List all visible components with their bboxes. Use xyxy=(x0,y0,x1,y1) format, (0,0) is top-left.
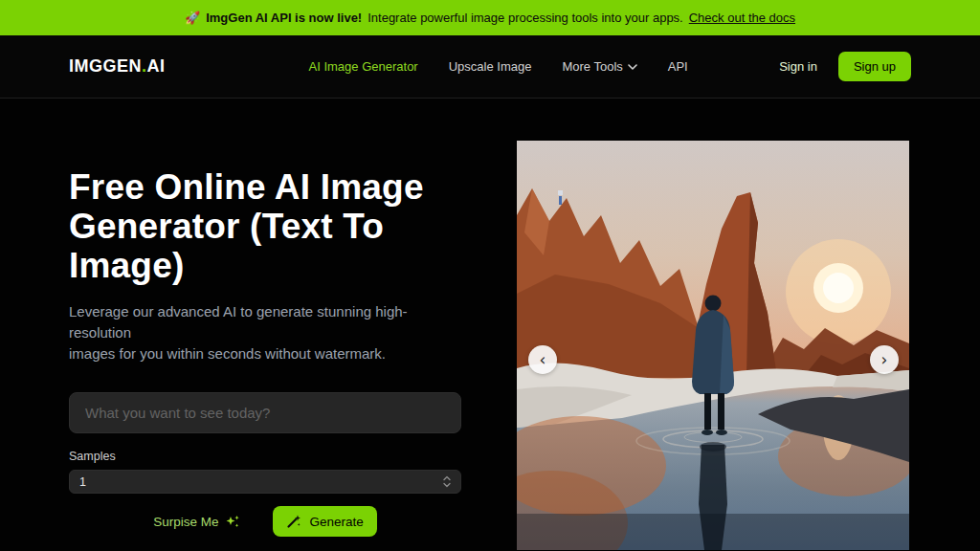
nav-item-more-tools[interactable]: More Tools xyxy=(562,59,636,74)
generate-button[interactable]: Generate xyxy=(273,506,376,537)
chevron-down-icon xyxy=(628,64,637,70)
samples-value: 1 xyxy=(79,475,86,489)
announcement-banner: 🚀 ImgGen AI API is now live! Integrate p… xyxy=(0,0,980,35)
sign-up-button[interactable]: Sign up xyxy=(838,52,911,81)
banner-docs-link[interactable]: Check out the docs xyxy=(689,11,795,25)
generated-image xyxy=(517,141,909,550)
navbar: IMGGEN.AI AI Image Generator Upscale Ima… xyxy=(0,35,980,99)
nav-links: AI Image Generator Upscale Image More To… xyxy=(309,59,688,74)
generated-image-art xyxy=(517,141,909,550)
banner-message: Integrate powerful image processing tool… xyxy=(368,11,683,25)
nav-item-upscale-image[interactable]: Upscale Image xyxy=(449,59,532,74)
action-row: Surpise Me Generate xyxy=(69,506,461,537)
samples-select[interactable]: 1 xyxy=(69,470,461,494)
carousel-next-button[interactable]: › xyxy=(870,345,899,374)
up-down-stepper-icon xyxy=(443,475,451,488)
rocket-icon: 🚀 xyxy=(185,11,200,25)
prompt-input[interactable] xyxy=(69,392,461,433)
image-carousel: ‹ › xyxy=(517,141,909,550)
samples-label: Samples xyxy=(69,450,463,463)
hero-left-column: Free Online AI ImageGenerator (Text ToIm… xyxy=(69,167,463,537)
banner-headline: ImgGen AI API is now live! xyxy=(206,11,362,25)
logo[interactable]: IMGGEN.AI xyxy=(69,56,166,77)
sparkles-icon xyxy=(226,515,240,529)
hero-section: Free Online AI ImageGenerator (Text ToIm… xyxy=(0,99,980,550)
sign-in-link[interactable]: Sign in xyxy=(779,59,817,74)
nav-auth: Sign in Sign up xyxy=(779,52,911,81)
nav-item-ai-image-generator[interactable]: AI Image Generator xyxy=(309,59,418,74)
hero-subtitle: Leverage our advanced AI to generate stu… xyxy=(69,301,463,364)
nav-item-api[interactable]: API xyxy=(668,59,688,74)
page-title: Free Online AI ImageGenerator (Text ToIm… xyxy=(69,167,463,285)
surprise-me-button[interactable]: Surpise Me xyxy=(153,515,240,529)
carousel-prev-button[interactable]: ‹ xyxy=(528,345,557,374)
magic-wand-icon xyxy=(286,514,301,529)
